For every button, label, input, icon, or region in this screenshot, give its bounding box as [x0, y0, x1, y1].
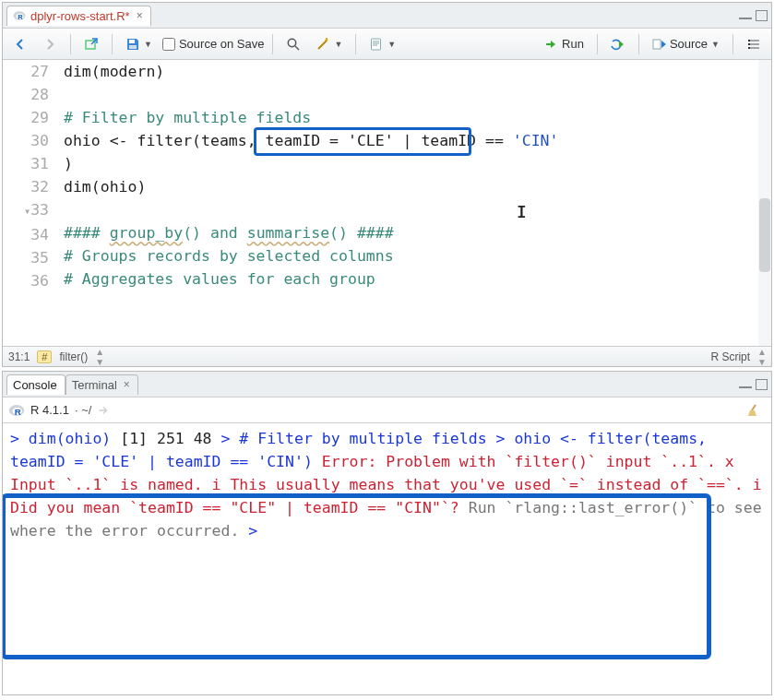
source-on-save-checkbox[interactable]: Source on Save	[162, 37, 265, 51]
show-in-new-window-button[interactable]	[79, 33, 103, 55]
editor-scrollbar[interactable]	[758, 60, 771, 346]
minimize-icon[interactable]	[739, 386, 752, 388]
scope-nav-icon[interactable]: ▲▼	[95, 347, 103, 367]
save-button[interactable]: ▼	[121, 33, 157, 55]
wand-icon	[316, 37, 330, 52]
go-to-dir-icon[interactable]	[97, 404, 110, 417]
source-on-save-input[interactable]	[162, 38, 175, 51]
toolbar-separator	[112, 34, 113, 54]
maximize-icon[interactable]	[756, 10, 768, 21]
broom-icon	[746, 403, 761, 418]
clear-console-button[interactable]	[742, 399, 766, 421]
highlight-box-editor	[254, 127, 471, 156]
text-cursor-icon: I	[517, 200, 527, 223]
chevron-down-icon: ▼	[144, 40, 152, 49]
console-line: > dim(ohio)	[10, 430, 111, 447]
fold-arrow-icon[interactable]: ▾	[21, 200, 30, 223]
highlight-box-console	[3, 493, 711, 659]
toolbar-separator	[597, 34, 598, 54]
arrow-left-icon	[13, 37, 28, 52]
arrow-right-icon	[42, 37, 57, 52]
console-pane: Console Terminal × R R 4.1.1 · ~/ > dim	[2, 371, 772, 695]
code-line: dim(modern)	[64, 63, 164, 80]
outline-button[interactable]	[742, 33, 766, 55]
console-line: i This usually means that you've used `=…	[212, 476, 744, 493]
console-line: Error: Problem with `filter()` input `..…	[322, 453, 716, 470]
language-nav-icon[interactable]: ▲▼	[757, 347, 766, 367]
chevron-down-icon: ▼	[711, 40, 720, 49]
code-line: #### group_by() and summarise() ####	[64, 224, 394, 242]
source-label: Source	[670, 37, 708, 51]
chevron-down-icon: ▼	[387, 40, 396, 49]
find-button[interactable]	[281, 33, 305, 55]
r-version: R 4.1.1	[30, 403, 69, 417]
svg-text:R: R	[15, 406, 21, 416]
editor-statusbar: 31:1 # filter() ▲▼ R Script ▲▼	[3, 346, 771, 366]
run-label: Run	[562, 37, 584, 51]
maximize-icon[interactable]	[756, 379, 768, 390]
minimize-icon[interactable]	[739, 18, 752, 19]
code-line: # Filter by multiple fields	[64, 109, 311, 126]
r-file-icon: R	[13, 9, 26, 22]
back-button[interactable]	[8, 33, 32, 55]
code-editor[interactable]: 27 28 29 30 31 32 ▾33 34 35 36 dim(moder…	[3, 60, 771, 346]
compile-report-button[interactable]: ▼	[364, 33, 400, 55]
scope-badge[interactable]: #	[37, 350, 52, 363]
code-line: dim(ohio)	[64, 178, 146, 196]
source-on-save-label: Source on Save	[179, 37, 265, 51]
rerun-button[interactable]	[606, 33, 630, 55]
console-line: > # Filter by multiple fields	[221, 430, 487, 447]
console-tab-row: Console Terminal ×	[3, 372, 771, 397]
editor-tab-filename: dplyr-rows-start.R*	[30, 9, 130, 23]
scope-function[interactable]: filter()	[59, 350, 88, 363]
rerun-icon	[611, 37, 625, 52]
code-line: # Groups records by selected columns	[64, 247, 394, 265]
forward-button[interactable]	[38, 33, 62, 55]
svg-rect-5	[129, 45, 137, 49]
save-icon	[125, 37, 140, 52]
scrollbar-thumb[interactable]	[759, 198, 770, 272]
chevron-down-icon: ▼	[334, 40, 342, 49]
code-line: # Aggregates values for each group	[64, 270, 375, 288]
svg-rect-8	[653, 40, 661, 49]
svg-rect-7	[372, 39, 381, 50]
close-icon[interactable]: ×	[124, 378, 130, 391]
pane-window-controls	[739, 10, 768, 21]
cursor-position: 31:1	[8, 350, 30, 363]
editor-pane: R dplyr-rows-start.R* ×	[2, 2, 772, 367]
working-dir: · ~/	[75, 403, 91, 417]
popout-icon	[84, 37, 99, 52]
toolbar-separator	[638, 34, 639, 54]
source-icon	[652, 37, 667, 52]
editor-tab[interactable]: R dplyr-rows-start.R* ×	[6, 6, 151, 26]
line-gutter: 27 28 29 30 31 32 ▾33 34 35 36	[3, 60, 58, 346]
svg-rect-4	[129, 40, 135, 43]
toolbar-separator	[732, 34, 733, 54]
toolbar-separator	[272, 34, 273, 54]
toolbar-separator	[355, 34, 356, 54]
console-tab[interactable]: Console	[6, 374, 65, 395]
notebook-icon	[369, 37, 384, 52]
r-logo-icon: R	[8, 402, 25, 419]
source-button[interactable]: Source ▼	[648, 33, 724, 55]
console-toolbar: R R 4.1.1 · ~/	[3, 397, 771, 423]
pane-window-controls	[739, 379, 768, 390]
run-button[interactable]: Run	[540, 33, 589, 55]
code-body[interactable]: dim(modern) # Filter by multiple fields …	[58, 60, 771, 346]
toolbar-separator	[70, 34, 71, 54]
outline-icon	[746, 37, 761, 52]
editor-tab-row: R dplyr-rows-start.R* ×	[3, 3, 771, 29]
code-line: )	[64, 155, 73, 172]
svg-point-6	[289, 39, 296, 46]
search-icon	[286, 37, 301, 52]
console-line: [1] 251 48	[120, 430, 211, 447]
terminal-tab[interactable]: Terminal ×	[65, 374, 138, 395]
editor-toolbar: ▼ Source on Save ▼ ▼	[3, 29, 771, 60]
code-tools-button[interactable]: ▼	[311, 33, 347, 55]
run-icon	[544, 37, 559, 52]
language-mode[interactable]: R Script	[710, 350, 750, 363]
close-icon[interactable]: ×	[137, 9, 143, 22]
svg-text:R: R	[18, 13, 23, 21]
console-output[interactable]: > dim(ohio) [1] 251 48 > # Filter by mul…	[3, 423, 771, 694]
